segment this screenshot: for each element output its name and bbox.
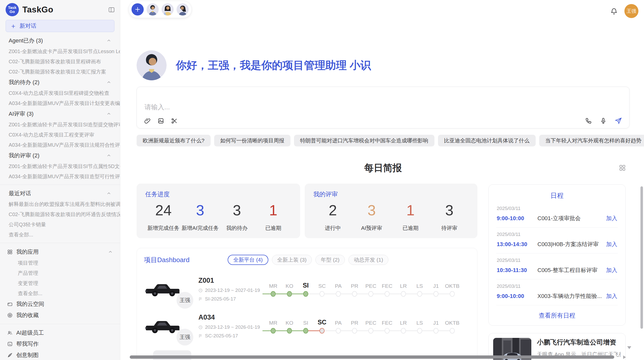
project-row[interactable]: 王强 Z001 2023-12-19 ~ 2027-01-19 SI-2025-… bbox=[144, 277, 470, 302]
greeting: 你好，王强，我是你的项目管理助理 小识 bbox=[137, 50, 371, 80]
suggestion-chip[interactable]: 欧洲新规最近颁布了什么? bbox=[137, 135, 211, 146]
recent-chat-item[interactable]: 公司Q3轻卡销量 bbox=[0, 219, 120, 230]
sidebar-item[interactable]: Z001-全新燃油皮卡产品开发项目SI节点Lesson Learn报告 bbox=[0, 46, 120, 56]
view-all-schedule-link[interactable]: 查看所有日程 bbox=[496, 311, 618, 320]
schedule-time: 10:30-11:30 bbox=[497, 267, 537, 274]
chat-input-card bbox=[137, 87, 630, 128]
stat-pending-review: 3 待评审 bbox=[430, 202, 469, 232]
milestone-pr: PR bbox=[346, 280, 363, 299]
milestone-timeline: MRKOSISCPAPRPECFECLRLSJ1OKTB bbox=[265, 280, 460, 299]
project-code: Z001 bbox=[198, 277, 262, 284]
section-header-agent-done[interactable]: Agent已办 (3) bbox=[0, 35, 120, 46]
app-item-project-mgmt[interactable]: 项目管理 bbox=[0, 258, 120, 268]
chevron-up-icon bbox=[106, 191, 111, 196]
suggestion-chip[interactable]: 如何写一份清晰的项目周报 bbox=[214, 135, 290, 146]
section-header-ai-review[interactable]: AI评审 (3) bbox=[0, 108, 120, 119]
join-link[interactable]: 加入 bbox=[606, 215, 617, 222]
tab-model-year[interactable]: 年型 (2) bbox=[315, 255, 345, 265]
join-link[interactable]: 加入 bbox=[606, 292, 617, 300]
section-header-my-todo[interactable]: 我的待办 (2) bbox=[0, 77, 120, 88]
apps-view-all-link[interactable]: 查看全部... bbox=[0, 288, 120, 298]
scissors-icon[interactable] bbox=[171, 117, 178, 124]
help-me-write-label: 帮我写作 bbox=[16, 340, 39, 348]
phone-icon[interactable] bbox=[585, 117, 592, 124]
sidebar-item[interactable]: C0X4-动力总成开发项目工程变更评审 bbox=[0, 130, 120, 140]
microphone-icon[interactable] bbox=[600, 117, 607, 124]
collapse-sidebar-icon[interactable] bbox=[108, 6, 115, 13]
sidebar-item-cloud-space[interactable]: 我的云空间 bbox=[0, 298, 120, 310]
section-title: 我的待办 (2) bbox=[9, 79, 39, 86]
project-milestone-date: SC-2025-05-17 bbox=[198, 333, 262, 339]
new-chat-button[interactable]: ＋ 新对话 bbox=[6, 20, 114, 32]
sidebar-item-favorites[interactable]: 我的收藏 bbox=[0, 310, 120, 321]
image-icon[interactable] bbox=[157, 117, 164, 124]
project-dates: 2023-12-19 ~ 2026-01-19 bbox=[198, 324, 262, 330]
schedule-date: 2025/03/11 bbox=[497, 283, 617, 289]
project-row[interactable]: 王强 A034 2023-12-19 ~ 2026-01-19 SC-2025-… bbox=[144, 313, 470, 339]
attachment-icon[interactable] bbox=[144, 117, 151, 124]
new-chat-label: 新对话 bbox=[20, 22, 36, 30]
sidebar-item-help-me-write[interactable]: 帮我写作 bbox=[0, 338, 120, 350]
sidebar-item[interactable]: C02-飞腾新能源轻客改款项目里程碑画布 bbox=[0, 56, 120, 67]
sidebar-item-creative-drawing[interactable]: 创意制图 bbox=[0, 350, 120, 360]
sidebar-item[interactable]: C0X4-动力总成开发项目SI里程碑提交物检查 bbox=[0, 88, 120, 98]
suggestion-chip[interactable]: 当下年轻人对汽车外观有怎样的喜好趋势 bbox=[539, 135, 644, 146]
recent-chat-item[interactable]: C02-飞腾新能源轻客改款项目的闭环通告反馈情况 bbox=[0, 209, 120, 219]
suggestion-chip[interactable]: 比亚迪全固态电池计划具体说了什么 bbox=[438, 135, 536, 146]
milestone-dot-ko bbox=[287, 291, 292, 297]
stat-new-ai-done: 3 新增AI完成任务 bbox=[182, 202, 219, 232]
milestone-pec: PEC bbox=[363, 317, 379, 336]
milestone-dot-sc bbox=[319, 291, 325, 297]
layout-grid-icon[interactable] bbox=[619, 164, 626, 172]
tab-new-body[interactable]: 全新上装 (3) bbox=[272, 255, 312, 265]
sidebar-item[interactable]: A034-全新新能源MUV产品开发项目计划变更表编写 bbox=[0, 98, 120, 108]
sidebar-item[interactable]: A034-全新新能源MUV产品开发项目法规符合性评审 bbox=[0, 140, 120, 150]
daily-briefing-title: 每日简报 bbox=[137, 162, 630, 174]
milestone-dot-mr bbox=[271, 291, 276, 297]
vertical-scrollbar[interactable] bbox=[640, 186, 643, 329]
sidebar-item[interactable]: A034-全新新能源MUV产品开发项目造型可行性评审 bbox=[0, 171, 120, 182]
milestone-si: SI bbox=[298, 317, 314, 336]
scroll-right-arrow[interactable] bbox=[623, 355, 626, 359]
project-milestone-date: SI-2025-05-17 bbox=[198, 296, 262, 302]
milestone-fec: FEC bbox=[379, 317, 395, 336]
horizontal-scrollbar[interactable] bbox=[130, 355, 614, 359]
input-tools-left bbox=[144, 117, 178, 124]
sidebar-item-my-apps[interactable]: 我的应用 bbox=[0, 246, 120, 258]
sidebar-item[interactable]: Z001-全新燃油轻卡产品开发项目SI节点属性5D文件评审 bbox=[0, 161, 120, 171]
favorites-label: 我的收藏 bbox=[16, 311, 39, 319]
chevron-up-icon bbox=[106, 153, 111, 158]
recent-chat-item[interactable]: 解释最新出台的欧盟报废车法规再生塑料比例被调至15%... bbox=[0, 199, 120, 209]
sidebar-item[interactable]: C02-飞腾新能源轻客改款项目立项汇报方案 bbox=[0, 67, 120, 77]
milestone-fec: FEC bbox=[379, 280, 395, 299]
scroll-down-arrow[interactable] bbox=[627, 346, 631, 349]
sidebar-item-ai-super-staff[interactable]: AI超级员工 bbox=[0, 327, 120, 338]
send-icon[interactable] bbox=[614, 117, 622, 125]
sidebar-item[interactable]: Z001-全新燃油轻卡产品开发项目SI造型提交物评审 bbox=[0, 119, 120, 130]
milestone-dot-oktb bbox=[450, 291, 455, 297]
people-icon bbox=[7, 330, 13, 336]
recent-view-all-link[interactable]: 查看全部... bbox=[0, 230, 120, 240]
tab-all-new-platform[interactable]: 全新平台 (4) bbox=[228, 255, 268, 265]
tab-powertrain[interactable]: 动总开发 (1) bbox=[348, 255, 389, 265]
creative-drawing-label: 创意制图 bbox=[16, 351, 39, 359]
schedule-name: C005-整车工程目标评审 bbox=[537, 266, 606, 274]
join-link[interactable]: 加入 bbox=[606, 266, 617, 274]
schedule-date: 2025/03/11 bbox=[497, 232, 617, 237]
milestone-dot-pr bbox=[352, 328, 357, 334]
milestone-dot-ko bbox=[287, 328, 292, 334]
milestone-mr: MR bbox=[265, 317, 281, 336]
app-item-product-mgmt[interactable]: 产品管理 bbox=[0, 268, 120, 278]
schedule-item: 2025/03/11 13:00-14:30 C003|H0B-方案冻结评审 加… bbox=[496, 228, 618, 253]
milestone-ko: KO bbox=[281, 280, 298, 299]
section-header-my-review[interactable]: 我的评审 (2) bbox=[0, 150, 120, 161]
milestone-dot-lr bbox=[401, 291, 406, 297]
section-header-recent-chats[interactable]: 最近对话 bbox=[0, 188, 120, 199]
join-link[interactable]: 加入 bbox=[606, 241, 617, 248]
project-image: 王强 bbox=[144, 314, 182, 338]
chevron-up-icon bbox=[106, 38, 111, 43]
app-item-change-mgmt[interactable]: 变更管理 bbox=[0, 278, 120, 288]
schedule-item: 2025/03/11 9:00-10:00 C001-立项审批会 加入 bbox=[496, 202, 618, 228]
suggestion-chip[interactable]: 特朗普可能对进口汽车增税会对中国车企造成哪些影响 bbox=[294, 135, 434, 146]
cloud-drive-icon bbox=[7, 301, 13, 307]
